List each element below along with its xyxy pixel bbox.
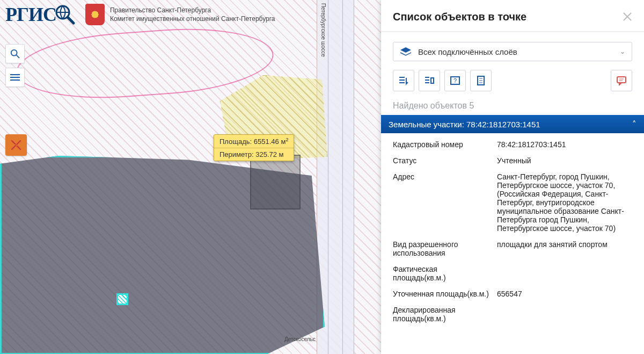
object-list-panel: Список объектов в точке Всех подключённы…	[381, 0, 644, 354]
prop-val: Санкт-Петербург, город Пушкин, Петербург…	[497, 172, 632, 233]
search-icon	[10, 49, 20, 59]
gov-line1: Правительство Санкт-Петербурга	[110, 6, 275, 15]
prop-key: Вид разрешенного использования	[393, 240, 489, 257]
panel-toolbar: ?	[393, 70, 632, 91]
prop-key: Кадастровый номер	[393, 140, 489, 149]
table-row: Фактическая площадь(кв.м.)	[381, 261, 644, 286]
table-row: АдресСанкт-Петербург, город Пушкин, Пете…	[381, 169, 644, 236]
globe-search-icon	[54, 4, 76, 25]
measure-marker[interactable]	[116, 293, 128, 305]
list-sort-button[interactable]	[393, 70, 414, 91]
report-button[interactable]	[611, 70, 632, 91]
measure-perimeter-label: Периметр:	[219, 150, 254, 158]
table-row: Декларированная площадь(кв.м.)	[381, 302, 644, 327]
document-button[interactable]	[470, 70, 492, 91]
prop-key: Уточненная площадь(кв.м.)	[393, 290, 489, 298]
list-expand-button[interactable]	[419, 70, 440, 91]
gov-block: Правительство Санкт-Петербурга Комитет и…	[85, 4, 275, 25]
prop-val	[497, 265, 632, 282]
app-logo[interactable]: РГИС	[5, 3, 76, 26]
results-count: Найдено объектов 5	[381, 98, 644, 115]
prop-key: Фактическая площадь(кв.м.)	[393, 265, 489, 282]
measure-perimeter-value: 325.72 м	[255, 150, 283, 158]
layers-icon	[400, 47, 412, 56]
section-header[interactable]: Земельные участки: 78:42:1812703:1451 ˄	[381, 115, 644, 133]
search-button[interactable]	[5, 44, 25, 63]
svg-rect-16	[431, 78, 434, 83]
close-icon	[623, 12, 632, 21]
prop-key: Декларированная площадь(кв.м.)	[393, 306, 489, 323]
svg-point-2	[11, 50, 17, 56]
prop-val: 78:42:1812703:1451	[497, 140, 632, 149]
layer-select-label: Всех подключённых слоёв	[418, 47, 517, 56]
measure-area-sup: 2	[286, 137, 288, 142]
tools-icon	[10, 139, 22, 151]
road-label-vertical: Петербургское шоссе	[320, 3, 326, 57]
help-square-icon: ?	[450, 76, 460, 85]
table-row: Вид разрешенного использованияплощадки д…	[381, 236, 644, 261]
table-row: СтатусУчтенный	[381, 153, 644, 169]
road-label-horizontal: Детскосельс	[284, 336, 316, 342]
svg-rect-23	[617, 77, 626, 83]
svg-text:?: ?	[453, 77, 457, 84]
menu-button[interactable]	[5, 68, 25, 87]
measure-area-value: 6551.46 м	[254, 138, 286, 146]
hamburger-icon	[10, 74, 20, 81]
left-toolbar	[5, 44, 25, 87]
logo-text: РГИС	[5, 3, 56, 26]
help-button[interactable]: ?	[444, 70, 466, 91]
gov-line2: Комитет имущественных отношений Санкт-Пе…	[110, 15, 275, 23]
panel-title: Список объектов в точке	[393, 11, 526, 23]
svg-line-1	[68, 17, 74, 23]
gov-emblem-icon	[85, 4, 105, 25]
table-row: Кадастровый номер78:42:1812703:1451	[381, 136, 644, 153]
results-count-label: Найдено объектов	[393, 101, 467, 110]
app-header: РГИС Правительство Санкт-Петербурга Коми…	[5, 3, 275, 26]
measure-area-label: Площадь:	[219, 138, 252, 146]
list-expand-icon	[424, 76, 435, 85]
prop-key: Статус	[393, 156, 489, 165]
tools-button[interactable]	[5, 134, 27, 156]
prop-val	[497, 306, 632, 323]
svg-marker-9	[400, 47, 411, 53]
property-table: Кадастровый номер78:42:1812703:1451 Стат…	[381, 133, 644, 327]
measure-popup: Площадь: 6551.46 м2 Периметр: 325.72 м	[214, 134, 294, 161]
results-count-value: 5	[469, 101, 474, 110]
section-title: Земельные участки: 78:42:1812703:1451	[389, 120, 540, 129]
document-icon	[476, 76, 486, 85]
close-panel-button[interactable]	[623, 10, 632, 24]
prop-val: 656547	[497, 290, 632, 298]
table-row: Уточненная площадь(кв.м.)656547	[381, 286, 644, 302]
svg-line-3	[17, 55, 19, 58]
prop-val: Учтенный	[497, 156, 632, 165]
prop-key: Адрес	[393, 172, 489, 233]
query-parcel[interactable]	[250, 155, 301, 209]
chevron-down-icon: ⌄	[620, 48, 625, 55]
prop-val: площадки для занятий спортом	[497, 240, 632, 257]
chat-report-icon	[616, 76, 627, 85]
chevron-up-icon: ˄	[632, 119, 636, 129]
layer-select[interactable]: Всех подключённых слоёв ⌄	[393, 42, 632, 61]
list-arrow-icon	[398, 76, 409, 85]
